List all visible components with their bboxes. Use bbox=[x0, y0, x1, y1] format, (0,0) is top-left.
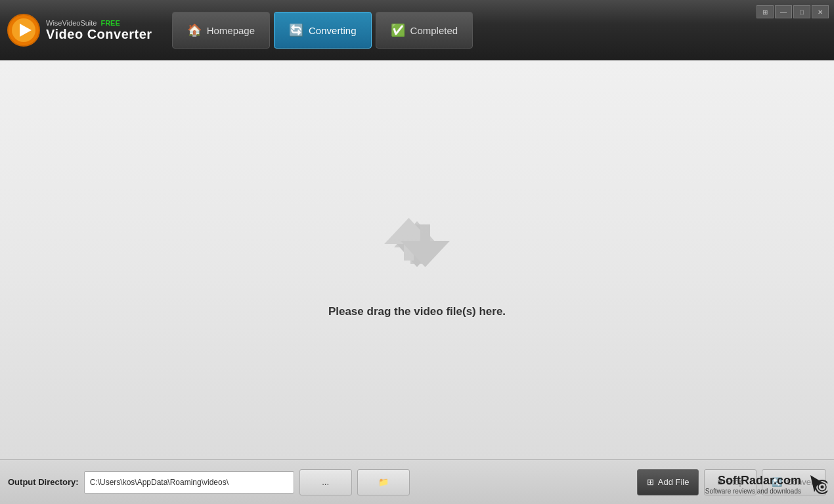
settings-icon: ⊞ bbox=[762, 9, 768, 16]
homepage-label: Homepage bbox=[207, 25, 255, 36]
maximize-button[interactable]: □ bbox=[793, 5, 810, 18]
converting-icon: 🔄 bbox=[289, 23, 303, 37]
completed-label: Completed bbox=[410, 25, 458, 36]
convert-icon bbox=[374, 201, 460, 287]
completed-button[interactable]: ✅ Completed bbox=[376, 12, 473, 49]
minimize-icon: — bbox=[780, 9, 787, 16]
add-file-button[interactable]: ⊞ Add File bbox=[637, 469, 699, 495]
window-controls: ⊞ — □ ✕ bbox=[757, 5, 829, 18]
folder-button[interactable]: 📁 bbox=[357, 469, 410, 495]
output-directory-label: Output Directory: bbox=[8, 477, 79, 487]
maximize-icon: □ bbox=[800, 9, 804, 16]
close-button[interactable]: ✕ bbox=[812, 5, 829, 18]
add-file-label: Add File bbox=[658, 477, 690, 487]
svg-point-9 bbox=[821, 486, 824, 489]
logo-area: WiseVideoSuite FREE Video Converter bbox=[7, 13, 152, 47]
homepage-button[interactable]: 🏠 Homepage bbox=[172, 12, 270, 49]
titlebar: ⊞ — □ ✕ WiseVideoSuite bbox=[0, 0, 834, 60]
folder-icon: 📁 bbox=[378, 477, 389, 487]
watermark-text: SoftRadar.com Software reviews and downl… bbox=[705, 474, 801, 495]
logo-suite: WiseVideoSuite FREE bbox=[46, 19, 152, 27]
svg-marker-10 bbox=[810, 475, 823, 492]
converting-button[interactable]: 🔄 Converting bbox=[274, 12, 372, 49]
ellipsis-label: ... bbox=[322, 477, 329, 487]
watermark-sub: Software reviews and downloads bbox=[705, 488, 801, 495]
converting-label: Converting bbox=[309, 25, 357, 36]
ellipsis-button[interactable]: ... bbox=[299, 469, 352, 495]
drag-drop-text: Please drag the video file(s) here. bbox=[328, 305, 506, 318]
completed-icon: ✅ bbox=[391, 23, 405, 37]
nav-buttons: 🏠 Homepage 🔄 Converting ✅ Completed bbox=[172, 12, 473, 49]
watermark-main: SoftRadar.com bbox=[705, 474, 801, 488]
watermark: SoftRadar.com Software reviews and downl… bbox=[705, 474, 827, 495]
drop-icon-container bbox=[374, 201, 460, 289]
app-logo-icon bbox=[7, 13, 41, 47]
add-file-icon: ⊞ bbox=[647, 477, 654, 487]
home-icon: 🏠 bbox=[187, 23, 202, 37]
settings-button[interactable]: ⊞ bbox=[757, 5, 774, 18]
main-content: Please drag the video file(s) here. bbox=[0, 60, 834, 459]
close-icon: ✕ bbox=[818, 9, 823, 16]
app-name: Video Converter bbox=[46, 27, 152, 42]
minimize-button[interactable]: — bbox=[775, 5, 792, 18]
logo-text: WiseVideoSuite FREE Video Converter bbox=[46, 19, 152, 42]
output-path-input[interactable] bbox=[84, 471, 294, 494]
free-badge: FREE bbox=[100, 19, 120, 27]
radar-icon bbox=[806, 474, 827, 495]
